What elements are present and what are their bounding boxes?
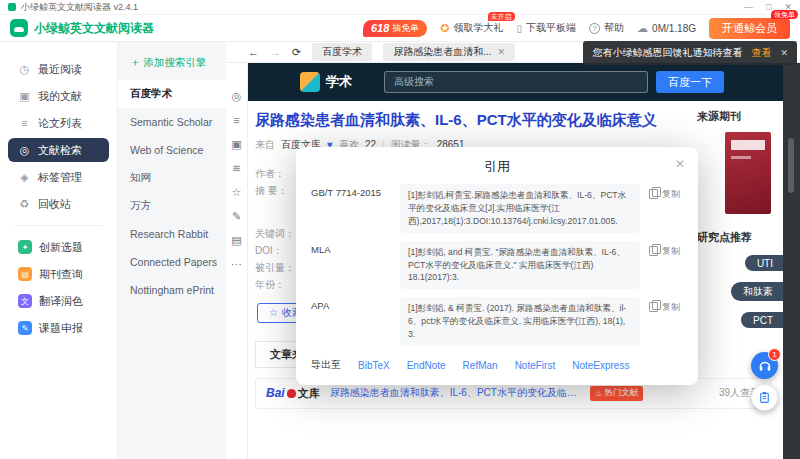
export-row: 导出至 BibTeX EndNote RefMan NoteFirst Note… [311, 358, 683, 372]
help-label: 帮助 [604, 21, 624, 35]
tab-baidu-xueshu[interactable]: 百度学术 [312, 43, 372, 61]
sidebar-item-project-apply[interactable]: ✎ 课题申报 [8, 316, 109, 340]
gift-label: 领取学大礼 [454, 21, 504, 35]
app-name: 小绿鲸英文文献阅读器 [34, 20, 154, 37]
engine-label: Connected Papers [130, 256, 217, 268]
scholar-search-button[interactable]: 百度一下 [656, 71, 724, 93]
download-tablet-button[interactable]: ▯ 下载平板端 [517, 21, 577, 35]
journal-cover-image[interactable] [725, 132, 771, 214]
documents-icon: ▣ [18, 90, 31, 103]
sidebar-item-journal-query[interactable]: ▤ 期刊查询 [8, 262, 109, 286]
tab-label: 尿路感染患者血清和... [393, 45, 491, 59]
sidebar-item-label: 课题申报 [39, 321, 83, 336]
highlighter-icon[interactable]: ▤ [231, 235, 241, 246]
engine-item-nottingham-eprint[interactable]: Nottingham ePrint [118, 276, 226, 304]
feedback-fab[interactable] [751, 384, 778, 411]
baidu-wenku-logo[interactable]: Bai 文库 [266, 386, 320, 401]
toast-view-button[interactable]: 查看 [751, 46, 771, 60]
sidebar-item-label: 最近阅读 [38, 62, 82, 77]
engine-item-wanfang[interactable]: 万方 [118, 192, 226, 220]
paper-title-link[interactable]: 尿路感染患者血清和肽素、IL-6、PCT水平的变化及临床意义 [255, 111, 693, 130]
engine-item-research-rabbit[interactable]: Research Rabbit [118, 220, 226, 248]
sidebar-item-recycle-bin[interactable]: ♻ 回收站 [8, 192, 109, 216]
sidebar-item-label: 回收站 [38, 197, 71, 212]
search-icon[interactable]: ◎ [232, 91, 242, 102]
engine-item-baidu-xueshu[interactable]: 百度学术 [118, 80, 226, 108]
help-button[interactable]: ? 帮助 [589, 21, 624, 35]
scholar-header: 学术 高级搜索 百度一下 [248, 63, 783, 101]
sidebar-divider [14, 225, 103, 226]
tablet-icon: ▯ [517, 23, 523, 34]
copy-label: 复制 [662, 301, 680, 314]
window-title: 小绿鲸英文文献阅读器 v2.4.1 [21, 1, 138, 14]
advanced-search-label[interactable]: 高级搜索 [394, 75, 434, 89]
engine-item-connected-papers[interactable]: Connected Papers [118, 248, 226, 276]
export-refman-link[interactable]: RefMan [463, 360, 498, 371]
rss-icon[interactable]: ≋ [232, 163, 241, 174]
research-tag-copeptin[interactable]: 和肽素 [731, 282, 783, 301]
research-tag-pct[interactable]: PCT [741, 312, 783, 328]
engine-item-semantic-scholar[interactable]: Semantic Scholar [118, 108, 226, 136]
copy-button[interactable]: 复制 [649, 297, 683, 346]
sidebar-item-label: 文献检索 [38, 143, 82, 158]
headset-icon [758, 359, 772, 373]
sidebar-item-label: 标签管理 [38, 170, 82, 185]
sidebar-item-paper-list[interactable]: ≡ 论文列表 [8, 111, 109, 135]
citation-row-gbt: GB/T 7714-2015 [1]彭剑韬,柯贵宝.尿路感染患者血清和肽素、IL… [311, 184, 683, 233]
app-window: 小绿鲸英文文献阅读器 v2.4.1 — □ ✕ 小绿鲸英文文献阅读器 618 抽… [0, 0, 800, 459]
export-endnote-link[interactable]: EndNote [407, 360, 446, 371]
sidebar-item-literature-search[interactable]: ◎ 文献检索 [8, 138, 109, 162]
sidebar-item-topic-innovation[interactable]: ✦ 创新选题 [8, 235, 109, 259]
add-search-engine-button[interactable]: ＋ 添加搜索引擎 [130, 56, 226, 70]
cloud-storage-indicator[interactable]: ☁ 0M/1.18G [637, 22, 696, 35]
clock-icon: ◷ [18, 63, 31, 76]
promo-618-badge[interactable]: 618 抽免单 [363, 20, 427, 37]
notification-badge: 1 [768, 348, 781, 361]
trash-icon: ♻ [18, 198, 31, 211]
journal-panel: 来源期刊 研究点推荐 UTI 和肽素 PCT [697, 109, 783, 328]
forward-icon[interactable]: → [270, 46, 281, 58]
tab-close-icon[interactable]: ✕ [498, 47, 506, 57]
refresh-icon[interactable]: ⟳ [292, 46, 301, 59]
membership-button[interactable]: 开通鲸会员 领免单 [709, 18, 790, 39]
tablet-label: 下载平板端 [526, 21, 576, 35]
research-tag-uti[interactable]: UTI [745, 255, 783, 271]
sidebar-item-tag-manage[interactable]: ◈ 标签管理 [8, 165, 109, 189]
scrollbar-thumb[interactable] [788, 138, 794, 193]
back-icon[interactable]: ← [248, 46, 259, 58]
outline-icon[interactable]: ≡ [233, 115, 239, 126]
sidebar-item-my-literature[interactable]: ▣ 我的文献 [8, 84, 109, 108]
promo-label: 抽免单 [392, 22, 419, 35]
engine-label: 知网 [130, 171, 151, 185]
storage-label: 0M/1.18G [652, 23, 696, 34]
engine-label: 百度学术 [130, 87, 172, 101]
pen-icon[interactable]: ✎ [232, 211, 241, 222]
copy-label: 复制 [662, 245, 680, 258]
favorite-icon[interactable]: ☆ [232, 187, 242, 198]
more-icon[interactable]: ⋯ [231, 259, 242, 270]
minimize-button[interactable]: — [744, 2, 753, 12]
maximize-button[interactable]: □ [766, 2, 771, 12]
reading-toolbar: ◎ ≡ ▣ ≋ ☆ ✎ ▤ ⋯ [226, 63, 248, 459]
toast-close-icon[interactable]: ✕ [780, 48, 788, 58]
customer-service-fab[interactable]: 1 [751, 352, 778, 379]
export-notefirst-link[interactable]: NoteFirst [515, 360, 556, 371]
engine-label: Web of Science [130, 144, 203, 156]
export-noteexpress-link[interactable]: NoteExpress [572, 360, 629, 371]
recommend-title: 研究点推荐 [697, 230, 783, 245]
export-bibtex-link[interactable]: BibTeX [358, 360, 390, 371]
sidebar-item-recent[interactable]: ◷ 最近阅读 [8, 57, 109, 81]
engine-item-cnki[interactable]: 知网 [118, 164, 226, 192]
source-paper-link[interactable]: 尿路感染患者血清和肽素、IL-6、PCT水平的变化及临床意义 [330, 386, 582, 400]
engine-item-web-of-science[interactable]: Web of Science [118, 136, 226, 164]
wenku-logo-text: Bai [266, 386, 285, 400]
tab-paper-detail[interactable]: 尿路感染患者血清和... ✕ [383, 43, 515, 61]
notebook-icon[interactable]: ▣ [231, 139, 241, 150]
modal-close-icon[interactable]: ✕ [675, 157, 685, 171]
gift-pack-button[interactable]: ✪ 领取学大礼 未开启 [440, 21, 503, 35]
copy-button[interactable]: 复制 [649, 241, 683, 290]
copy-button[interactable]: 复制 [649, 184, 683, 233]
sidebar-item-translate-polish[interactable]: 文 翻译润色 [8, 289, 109, 313]
scholar-search-input[interactable]: 高级搜索 [384, 71, 648, 93]
sidebar-item-label: 期刊查询 [39, 267, 83, 282]
